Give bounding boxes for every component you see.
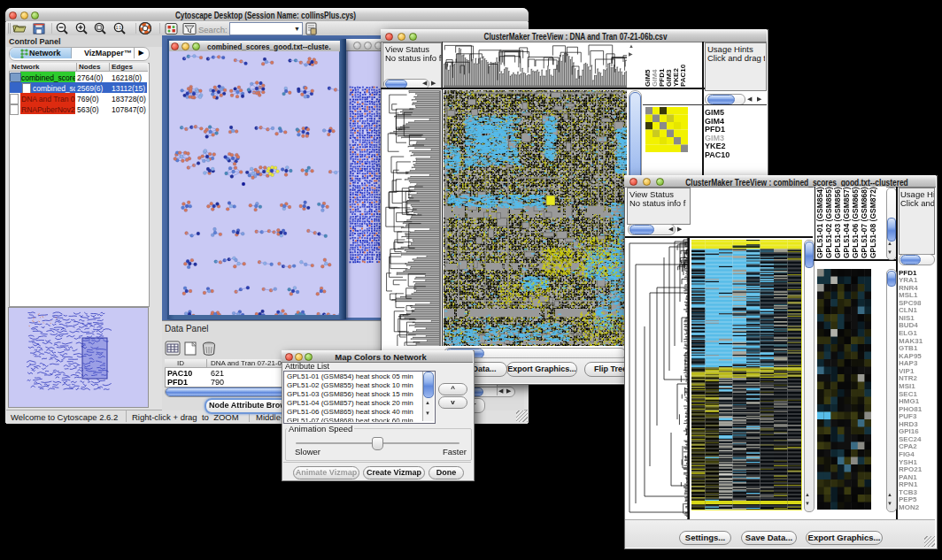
svg-text:1:1: 1:1 (116, 26, 122, 30)
